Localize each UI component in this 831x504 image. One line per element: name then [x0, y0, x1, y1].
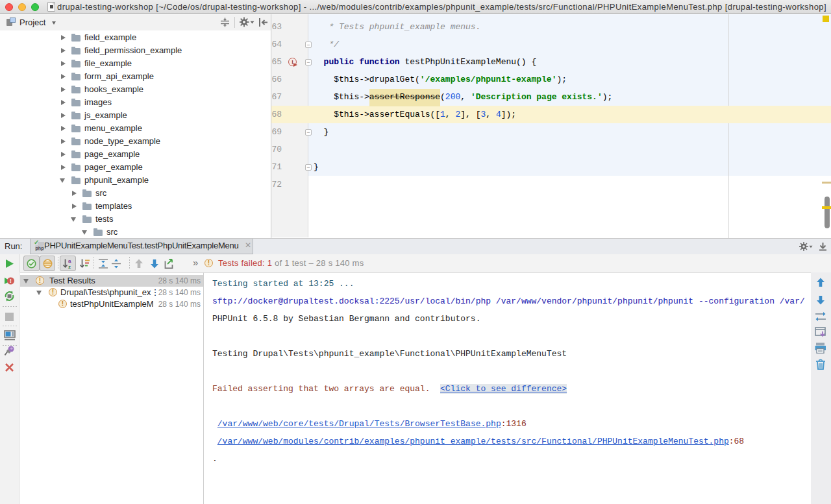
svg-text:!: !: [10, 278, 12, 284]
svg-text:a: a: [68, 258, 71, 264]
svg-text:z: z: [68, 264, 71, 269]
